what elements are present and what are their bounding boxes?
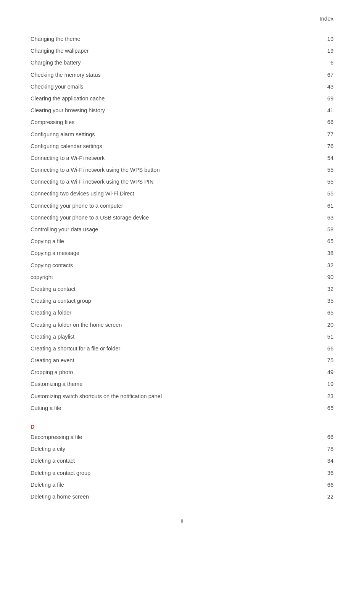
index-entry: Creating a contact32 [31, 283, 333, 295]
entry-label: Connecting to a Wi-Fi network using the … [31, 166, 160, 174]
entry-label: Charging the battery [31, 58, 81, 67]
page-footer: ii [31, 518, 333, 524]
entry-page: 55 [322, 166, 333, 174]
index-entry: Deleting a contact group36 [31, 467, 333, 479]
index-entry: Deleting a home screen22 [31, 491, 333, 503]
entry-page: 23 [322, 392, 333, 401]
entry-page: 6 [322, 58, 333, 67]
index-entry: Creating a shortcut for a file or folder… [31, 343, 333, 355]
entry-page: 65 [322, 237, 333, 246]
index-entry: Creating a folder65 [31, 307, 333, 319]
index-entry: Creating an event75 [31, 355, 333, 366]
index-entry: copyright90 [31, 271, 333, 283]
index-entry: Cutting a file65 [31, 402, 333, 414]
index-entry: Connecting your phone to a computer61 [31, 200, 333, 212]
entry-label: Connecting to a Wi-Fi network using the … [31, 178, 153, 186]
entry-page: 61 [322, 202, 333, 210]
entry-label: Checking your emails [31, 82, 84, 91]
entry-page: 65 [322, 308, 333, 317]
index-entry: Connecting to a Wi-Fi network using the … [31, 164, 333, 176]
entry-page: 34 [322, 457, 333, 465]
entry-page: 65 [322, 404, 333, 413]
entry-page: 32 [322, 261, 333, 270]
index-entry: Creating a playlist51 [31, 331, 333, 343]
entry-page: 51 [322, 332, 333, 341]
entry-label: Deleting a home screen [31, 492, 89, 501]
entry-page: 55 [322, 178, 333, 186]
index-entry: Copying a message38 [31, 247, 333, 259]
entry-label: Customizing a theme [31, 380, 82, 389]
section-letter-d: D [31, 423, 333, 430]
entry-label: Creating a folder [31, 308, 71, 317]
entry-page: 22 [322, 492, 333, 501]
index-entry: Connecting to a Wi-Fi network using the … [31, 176, 333, 188]
entry-label: copyright [31, 273, 53, 282]
entry-label: Configuring alarm settings [31, 130, 95, 139]
entry-page: 78 [322, 445, 333, 454]
index-entry: Checking the memory status67 [31, 69, 333, 81]
entry-page: 19 [322, 35, 333, 44]
page-number: ii [181, 518, 183, 524]
entry-label: Customizing switch shortcuts on the noti… [31, 392, 162, 401]
index-entry: Cropping a photo49 [31, 366, 333, 378]
index-entry: Checking your emails43 [31, 81, 333, 93]
entry-page: 69 [322, 94, 333, 103]
entry-label: Connecting your phone to a USB storage d… [31, 213, 149, 222]
entry-label: Connecting two devices using Wi-Fi Direc… [31, 189, 134, 198]
entry-label: Creating a contact [31, 285, 76, 294]
entry-page: 55 [322, 189, 333, 198]
entry-page: 41 [322, 106, 333, 115]
index-entry: Copying a file65 [31, 236, 333, 247]
entry-page: 66 [322, 481, 333, 489]
entry-page: 66 [322, 433, 333, 442]
entry-label: Creating a contact group [31, 297, 91, 305]
index-entry: Decompressing a file66 [31, 431, 333, 443]
entry-page: 43 [322, 82, 333, 91]
index-entry: Connecting your phone to a USB storage d… [31, 212, 333, 224]
index-entry: Connecting to a Wi-Fi network54 [31, 152, 333, 164]
index-entry: Copying contacts32 [31, 260, 333, 271]
index-entry: Deleting a file66 [31, 479, 333, 491]
index-entry: Clearing your browsing history41 [31, 105, 333, 116]
entry-label: Changing the wallpaper [31, 47, 89, 55]
entry-page: 63 [322, 213, 333, 222]
index-entry: Clearing the application cache69 [31, 93, 333, 105]
index-entry: Changing the theme19 [31, 33, 333, 45]
entry-page: 67 [322, 71, 333, 79]
header-title: Index [319, 15, 333, 22]
entry-label: Deleting a contact group [31, 469, 90, 478]
entry-page: 66 [322, 118, 333, 127]
entry-page: 20 [322, 321, 333, 329]
entry-page: 77 [322, 130, 333, 139]
entry-page: 32 [322, 285, 333, 294]
index-entry: Controlling your data usage58 [31, 224, 333, 236]
entry-label: Checking the memory status [31, 71, 101, 79]
entry-page: 19 [322, 47, 333, 55]
index-entry: Changing the wallpaper19 [31, 45, 333, 57]
entry-label: Connecting your phone to a computer [31, 202, 123, 210]
index-entry: Creating a contact group35 [31, 295, 333, 307]
entry-page: 76 [322, 142, 333, 151]
entry-label: Creating a playlist [31, 332, 74, 341]
index-entry: Customizing a theme19 [31, 378, 333, 390]
entry-label: Compressing files [31, 118, 74, 127]
entry-page: 19 [322, 380, 333, 389]
index-entry: Compressing files66 [31, 116, 333, 128]
index-entry: Configuring alarm settings77 [31, 129, 333, 140]
entry-page: 38 [322, 249, 333, 258]
entry-label: Clearing the application cache [31, 94, 105, 103]
entry-page: 54 [322, 154, 333, 163]
index-entry: Charging the battery6 [31, 57, 333, 69]
page-header: Index [31, 15, 333, 22]
entry-label: Cutting a file [31, 404, 61, 413]
entry-page: 66 [322, 344, 333, 353]
entry-label: Copying a file [31, 237, 64, 246]
entry-label: Decompressing a file [31, 433, 82, 442]
entry-label: Copying a message [31, 249, 79, 258]
index-entry: Deleting a contact34 [31, 455, 333, 467]
index-entry: Creating a folder on the home screen20 [31, 319, 333, 331]
entry-label: Configuring calendar settings [31, 142, 102, 151]
entry-label: Controlling your data usage [31, 225, 98, 234]
entry-label: Creating an event [31, 356, 74, 365]
entry-label: Deleting a file [31, 481, 64, 489]
